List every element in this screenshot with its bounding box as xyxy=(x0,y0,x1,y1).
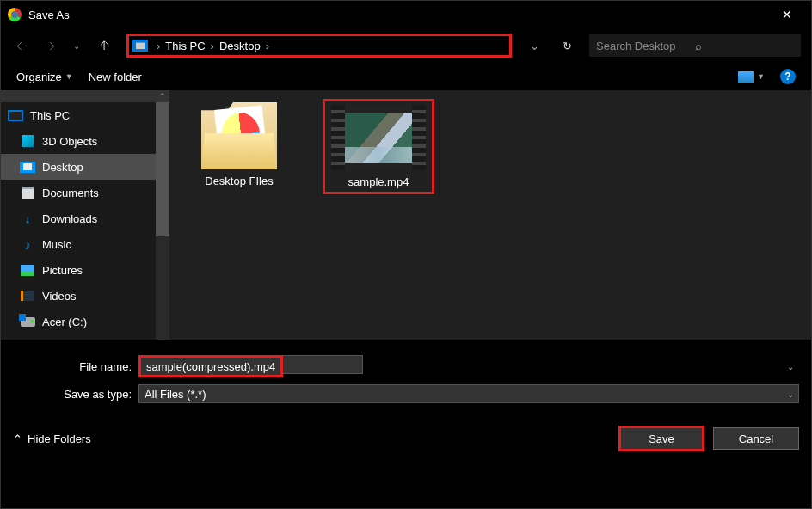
thispc-icon xyxy=(8,110,23,121)
new-folder-button[interactable]: New folder xyxy=(89,71,142,83)
scroll-up-button[interactable]: ⌃ xyxy=(1,90,169,102)
breadcrumb-desktop[interactable]: Desktop xyxy=(216,40,264,52)
back-button[interactable]: 🡠 xyxy=(11,35,32,56)
sidebar-scrollbar[interactable] xyxy=(156,102,169,340)
window-title: Save As xyxy=(28,9,770,21)
chevron-right-icon[interactable]: › xyxy=(264,40,271,52)
view-menu[interactable]: ▼ xyxy=(738,71,765,83)
search-input[interactable]: Search Desktop ⌕ xyxy=(589,34,801,57)
sidebar-item-documents[interactable]: Documents xyxy=(1,180,169,205)
chevron-right-icon[interactable]: › xyxy=(209,40,216,52)
recent-dropdown[interactable]: ⌄ xyxy=(66,35,87,56)
form-area: File name: sample(compressed).mp4 ⌄ Save… xyxy=(1,340,811,417)
caret-down-icon: ▼ xyxy=(65,72,73,81)
close-button[interactable]: ✕ xyxy=(770,1,804,28)
sidebar: ⌃ This PC 3D Objects Desktop Documents ↓… xyxy=(1,90,169,340)
file-label: Desktop FIles xyxy=(205,175,273,187)
desktop-icon xyxy=(20,162,35,173)
forward-button[interactable]: 🡢 xyxy=(39,35,59,56)
caret-down-icon[interactable]: ⌄ xyxy=(787,389,794,399)
file-list[interactable]: Desktop FIles sample.mp4 xyxy=(169,90,811,340)
savetype-select[interactable]: All Files (*.*) xyxy=(138,384,799,403)
drive-icon xyxy=(21,317,35,327)
file-label: sample.mp4 xyxy=(348,175,409,188)
filename-input[interactable]: sample(compressed).mp4 xyxy=(138,355,283,377)
chevron-right-icon[interactable]: › xyxy=(155,40,162,52)
app-icon xyxy=(8,8,22,21)
breadcrumb-thispc[interactable]: This PC xyxy=(162,40,208,52)
sidebar-item-music[interactable]: ♪ Music xyxy=(1,231,169,257)
up-button[interactable]: 🡡 xyxy=(94,35,114,56)
sidebar-item-drive-c[interactable]: Acer (C:) xyxy=(1,309,169,334)
caret-down-icon: ▼ xyxy=(757,72,765,81)
sidebar-item-pictures[interactable]: Pictures xyxy=(1,257,169,283)
organize-menu[interactable]: Organize ▼ xyxy=(16,71,73,83)
address-dropdown[interactable]: ⌄ xyxy=(524,40,544,52)
breadcrumb[interactable]: › This PC › Desktop › xyxy=(126,34,512,58)
savetype-label: Save as type: xyxy=(13,388,138,401)
sidebar-item-downloads[interactable]: ↓ Downloads xyxy=(1,205,169,231)
sidebar-item-videos[interactable]: Videos xyxy=(1,283,169,309)
refresh-button[interactable]: ↻ xyxy=(555,40,579,52)
pictures-icon xyxy=(21,265,34,276)
footer: ⌃ Hide Folders Save Cancel xyxy=(1,417,811,460)
search-placeholder: Search Desktop xyxy=(596,40,695,52)
view-icon xyxy=(738,71,754,83)
videos-icon xyxy=(21,291,34,301)
nav-bar: 🡠 🡢 ⌄ 🡡 › This PC › Desktop › ⌄ ↻ Search… xyxy=(1,28,811,63)
sidebar-item-thispc[interactable]: This PC xyxy=(1,102,169,128)
sidebar-item-desktop[interactable]: Desktop xyxy=(1,154,169,180)
downloads-icon: ↓ xyxy=(20,212,35,225)
search-icon[interactable]: ⌕ xyxy=(695,40,794,52)
titlebar: Save As ✕ xyxy=(1,1,811,28)
file-item-video[interactable]: sample.mp4 xyxy=(323,99,434,194)
sidebar-item-3dobjects[interactable]: 3D Objects xyxy=(1,128,169,154)
documents-icon xyxy=(22,187,34,199)
scrollbar-thumb[interactable] xyxy=(156,102,169,236)
caret-down-icon[interactable]: ⌄ xyxy=(787,362,794,371)
save-button[interactable]: Save xyxy=(618,426,704,451)
hide-folders-button[interactable]: ⌃ Hide Folders xyxy=(13,432,91,445)
video-thumbnail-icon xyxy=(331,105,426,170)
help-button[interactable]: ? xyxy=(780,69,796,84)
sidebar-item-drive-d[interactable]: Data (D:) xyxy=(1,334,169,340)
chevron-up-icon: ⌃ xyxy=(13,432,22,445)
music-icon: ♪ xyxy=(20,237,35,251)
filename-input-rest[interactable] xyxy=(283,355,363,374)
toolbar: Organize ▼ New folder ▼ ? xyxy=(1,63,811,90)
cancel-button[interactable]: Cancel xyxy=(713,427,799,450)
folder-icon xyxy=(201,102,277,169)
file-item-folder[interactable]: Desktop FIles xyxy=(183,99,295,191)
main-area: ⌃ This PC 3D Objects Desktop Documents ↓… xyxy=(1,90,811,340)
location-icon xyxy=(132,40,148,52)
3d-icon xyxy=(22,135,34,147)
filename-label: File name: xyxy=(13,360,138,373)
